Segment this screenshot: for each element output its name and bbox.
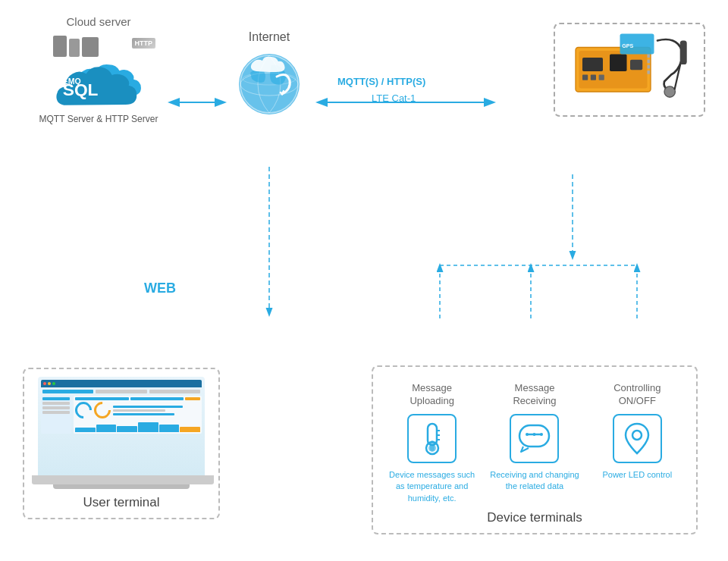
cloud-server-title: Cloud server xyxy=(23,15,174,28)
cloud-svg: SQL EMQ xyxy=(46,58,144,108)
device-icon-1 xyxy=(53,36,67,57)
svg-rect-21 xyxy=(599,75,604,80)
internet-section: Internet xyxy=(220,30,318,118)
terminal-uploading-title: MessageUploading xyxy=(387,382,478,408)
terminal-controlling-title: ControllingON/OFF xyxy=(592,382,682,408)
svg-rect-25 xyxy=(648,71,651,74)
svg-rect-18 xyxy=(630,60,642,71)
web-label: WEB xyxy=(144,280,176,296)
svg-point-40 xyxy=(526,433,529,436)
svg-text:GPS: GPS xyxy=(622,42,633,49)
device-terminals-label: Device terminals xyxy=(381,510,689,525)
protocol-label-2: LTE Cat-1 xyxy=(372,92,416,104)
svg-rect-20 xyxy=(591,75,596,80)
svg-point-41 xyxy=(533,433,536,436)
svg-rect-19 xyxy=(582,75,588,80)
message-icon xyxy=(517,423,551,453)
terminal-items: MessageUploading Device messages such as… xyxy=(381,382,689,504)
laptop-screen-inner xyxy=(38,377,205,475)
terminal-uploading-desc: Device messages such as temperature and … xyxy=(387,469,478,504)
terminal-controlling-desc: Power LED control xyxy=(592,469,682,481)
terminal-uploading-icon-box xyxy=(407,414,457,463)
svg-point-42 xyxy=(540,433,543,436)
svg-point-34 xyxy=(428,444,436,452)
svg-point-26 xyxy=(664,86,675,97)
terminal-receiving-title: MessageReceiving xyxy=(489,382,580,408)
thermometer-icon xyxy=(417,422,447,456)
globe-container xyxy=(235,50,303,118)
svg-rect-30 xyxy=(680,41,687,65)
cloud-server-section: Cloud server HTTP SQL EMQ MQTT Server & … xyxy=(23,15,174,124)
laptop-base xyxy=(32,475,214,484)
device-icons xyxy=(53,36,99,57)
server-label: MQTT Server & HTTP Server xyxy=(23,114,174,124)
diagram-container: Cloud server HTTP SQL EMQ MQTT Server & … xyxy=(0,0,728,561)
terminal-controlling-icon-box xyxy=(613,414,662,463)
iot-device-image: GPS xyxy=(569,32,690,108)
svg-rect-23 xyxy=(648,60,651,64)
svg-rect-24 xyxy=(648,65,651,69)
svg-text:EMQ: EMQ xyxy=(63,77,81,86)
internet-title: Internet xyxy=(220,30,318,44)
iot-board-svg: GPS xyxy=(569,32,705,104)
device-icon-2 xyxy=(69,39,80,57)
iot-device-section: GPS xyxy=(554,23,705,117)
location-icon xyxy=(622,422,652,456)
terminal-receiving-icon-box xyxy=(510,414,559,463)
svg-rect-22 xyxy=(648,55,651,58)
user-terminal-label: User terminal xyxy=(32,495,211,510)
cloud-icon-container: HTTP SQL EMQ xyxy=(38,32,159,108)
terminal-item-controlling: ControllingON/OFF Power LED control xyxy=(592,382,682,481)
terminal-item-receiving: MessageReceiving Receiving and changing … xyxy=(489,382,580,493)
user-terminal-box: User terminal xyxy=(23,368,220,519)
http-badge: HTTP xyxy=(132,38,156,49)
terminal-item-uploading: MessageUploading Device messages such as… xyxy=(387,382,478,504)
laptop-screen xyxy=(38,377,205,475)
svg-rect-16 xyxy=(582,58,603,71)
svg-rect-17 xyxy=(610,55,627,72)
laptop-stand xyxy=(53,484,190,489)
device-icon-3 xyxy=(82,37,99,57)
device-terminals-box: MessageUploading Device messages such as… xyxy=(372,365,698,534)
terminal-receiving-desc: Receiving and changing the related data xyxy=(489,469,580,493)
svg-point-43 xyxy=(632,431,642,440)
globe-svg xyxy=(235,50,303,118)
protocol-label-1: MQTT(S) / HTTP(S) xyxy=(337,76,425,87)
